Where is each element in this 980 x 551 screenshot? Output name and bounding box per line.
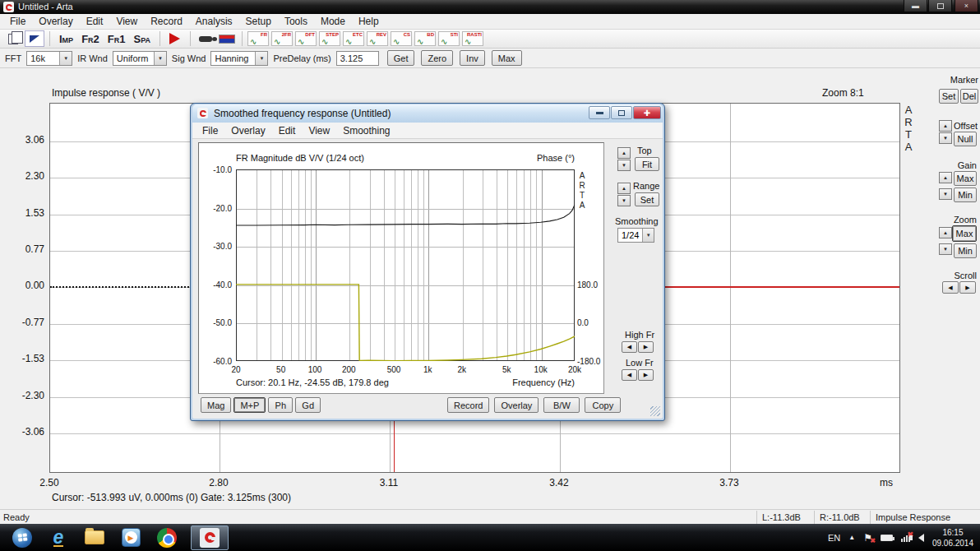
- smoothed-fr-window[interactable]: Smoothed frequency response (Untitled) ✚…: [190, 103, 665, 421]
- analysis-icon-cs[interactable]: ∿CS: [391, 31, 412, 46]
- signal-generator-icon[interactable]: [196, 30, 215, 47]
- high-fr-right-button[interactable]: ▶: [638, 341, 654, 353]
- smoothing-select[interactable]: 1/24▼: [617, 228, 654, 243]
- arta-taskbar-button[interactable]: [191, 526, 229, 550]
- get-button[interactable]: Get: [387, 50, 415, 66]
- gain-down-button[interactable]: ▼: [939, 188, 952, 200]
- copy-button[interactable]: Copy: [585, 397, 621, 413]
- internet-explorer-icon[interactable]: e: [44, 526, 72, 550]
- offset-null-button[interactable]: Null: [954, 132, 977, 146]
- offset-down-button[interactable]: ▼: [939, 132, 952, 144]
- gain-min-button[interactable]: Min: [954, 188, 977, 202]
- display-mode-mag-button[interactable]: Mag: [201, 397, 231, 413]
- zero-button[interactable]: Zero: [421, 50, 453, 66]
- analysis-icon-sti[interactable]: ∿STI: [438, 31, 460, 46]
- menu-setup[interactable]: Setup: [239, 14, 278, 29]
- marker-set-button[interactable]: Set: [939, 89, 959, 104]
- file-explorer-icon[interactable]: [81, 526, 109, 550]
- fft-label: FFT: [5, 53, 21, 63]
- max-button[interactable]: Max: [492, 50, 522, 66]
- display-mode-gd-button[interactable]: Gd: [295, 397, 321, 413]
- menu-edit[interactable]: Edit: [80, 14, 110, 29]
- analysis-icon-rasti[interactable]: ∿RASTI: [462, 31, 483, 46]
- dialog-minimize-button[interactable]: [589, 106, 610, 119]
- dialog-restore-button[interactable]: [611, 106, 632, 119]
- close-button[interactable]: ×: [955, 0, 978, 12]
- volume-icon[interactable]: [918, 534, 924, 542]
- chevron-down-icon: ▼: [59, 52, 72, 65]
- overlay-button[interactable]: Overlay: [494, 397, 539, 413]
- minimize-button[interactable]: ▬: [904, 0, 927, 12]
- dialog-menu-view[interactable]: View: [302, 123, 336, 138]
- mode-button-fr2[interactable]: Fr2: [77, 30, 104, 47]
- range-up-button[interactable]: ▲: [617, 183, 631, 194]
- start-button[interactable]: [8, 526, 36, 550]
- range-down-button[interactable]: ▼: [617, 195, 631, 206]
- menu-analysis[interactable]: Analysis: [189, 14, 239, 29]
- dialog-menu-smoothing[interactable]: Smoothing: [336, 123, 396, 138]
- marker-flag-icon[interactable]: [25, 30, 44, 47]
- resize-grip[interactable]: [650, 406, 660, 416]
- clock[interactable]: 16:15 09.06.2014: [932, 527, 973, 549]
- top-down-button[interactable]: ▼: [617, 160, 631, 171]
- scroll-right-button[interactable]: ▶: [959, 281, 976, 294]
- zoom-min-button[interactable]: Min: [954, 243, 977, 258]
- menu-view[interactable]: View: [109, 14, 144, 29]
- offset-up-button[interactable]: ▲: [939, 120, 952, 132]
- dialog-menu-edit[interactable]: Edit: [272, 123, 303, 138]
- top-up-button[interactable]: ▲: [617, 147, 631, 159]
- analysis-icon-2fr[interactable]: ∿2FR: [271, 31, 293, 46]
- scroll-left-button[interactable]: ◀: [942, 281, 959, 294]
- dialog-close-button[interactable]: ✚: [633, 106, 661, 119]
- zoom-max-button[interactable]: Max: [952, 225, 977, 242]
- menu-help[interactable]: Help: [352, 14, 386, 29]
- analysis-icon-dft[interactable]: ∿DFT: [295, 31, 317, 46]
- low-fr-left-button[interactable]: ◀: [622, 369, 637, 381]
- language-indicator[interactable]: EN: [828, 533, 840, 543]
- record-button[interactable]: Record: [447, 397, 489, 413]
- action-center-icon[interactable]: ⚑✖: [863, 532, 872, 544]
- phase-tick-label: 0.0: [577, 318, 589, 327]
- zoom-up-button[interactable]: ▲: [939, 227, 952, 238]
- restore-button[interactable]: [928, 0, 952, 12]
- analysis-icon-etc[interactable]: ∿ETC: [343, 31, 364, 46]
- level-meter-icon[interactable]: [217, 30, 237, 47]
- low-fr-right-button[interactable]: ▶: [638, 369, 654, 381]
- bw-button[interactable]: B/W: [543, 397, 580, 413]
- menu-overlay[interactable]: Overlay: [32, 14, 79, 29]
- fit-button[interactable]: Fit: [635, 157, 659, 171]
- display-mode-mpp-button[interactable]: M+P: [233, 397, 266, 413]
- sig-window-select[interactable]: Hanning▼: [210, 51, 268, 66]
- dialog-menu-file[interactable]: File: [196, 123, 224, 138]
- new-document-icon[interactable]: [3, 30, 23, 47]
- menu-record[interactable]: Record: [144, 14, 189, 29]
- menu-tools[interactable]: Tools: [278, 14, 314, 29]
- mode-button-spa[interactable]: Spa: [129, 30, 155, 47]
- gain-up-button[interactable]: ▲: [939, 172, 952, 183]
- dialog-title-bar[interactable]: Smoothed frequency response (Untitled) ✚: [192, 104, 663, 123]
- ir-window-select[interactable]: Uniform▼: [113, 51, 167, 66]
- mode-button-imp[interactable]: Imp: [55, 30, 77, 47]
- marker-del-button[interactable]: Del: [960, 89, 978, 104]
- media-player-icon[interactable]: ▶: [117, 526, 145, 550]
- menu-file[interactable]: File: [3, 14, 32, 29]
- chrome-icon[interactable]: [153, 526, 181, 550]
- fft-size-select[interactable]: 16k▼: [26, 51, 72, 66]
- zoom-down-button[interactable]: ▼: [939, 243, 952, 255]
- predelay-input[interactable]: 3.125: [336, 51, 379, 66]
- high-fr-left-button[interactable]: ◀: [622, 341, 637, 353]
- display-mode-ph-button[interactable]: Ph: [268, 397, 293, 413]
- analysis-icon-fr[interactable]: ∿FR: [247, 31, 269, 46]
- dialog-menu-overlay[interactable]: Overlay: [224, 123, 271, 138]
- inv-button[interactable]: Inv: [460, 50, 485, 66]
- analysis-icon-rev[interactable]: ∿REV: [367, 31, 388, 46]
- analysis-icon-step[interactable]: ∿STEP: [319, 31, 340, 46]
- analysis-icon-bd[interactable]: ∿BD: [414, 31, 436, 46]
- tray-expand-icon[interactable]: ▲: [848, 534, 855, 541]
- mode-button-fr1[interactable]: Fr1: [104, 30, 130, 47]
- battery-icon[interactable]: [881, 535, 893, 541]
- range-set-button[interactable]: Set: [635, 192, 659, 206]
- play-record-icon[interactable]: [165, 30, 185, 47]
- gain-max-button[interactable]: Max: [954, 171, 977, 186]
- menu-mode[interactable]: Mode: [314, 14, 352, 29]
